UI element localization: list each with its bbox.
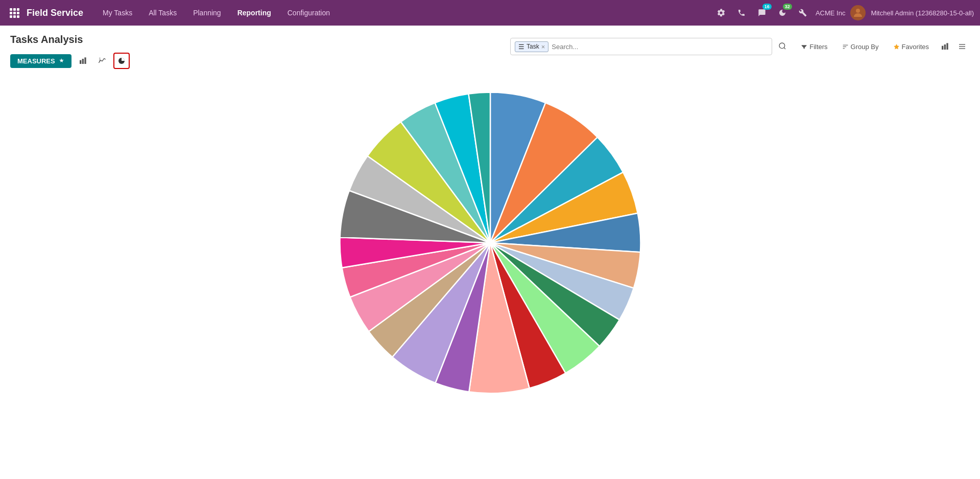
measures-button[interactable]: MEASURES xyxy=(10,54,71,68)
view-list-button[interactable] xyxy=(954,39,970,54)
favorites-button[interactable]: Favorites xyxy=(889,41,933,53)
svg-rect-7 xyxy=(13,15,16,18)
grid-icon[interactable] xyxy=(6,5,22,21)
main-menu: My Tasks All Tasks Planning Reporting Co… xyxy=(95,6,713,20)
svg-rect-3 xyxy=(10,12,12,14)
search-button[interactable] xyxy=(776,40,788,54)
svg-rect-1 xyxy=(13,8,16,11)
svg-rect-20 xyxy=(942,46,943,50)
nav-all-tasks[interactable]: All Tasks xyxy=(141,6,184,20)
search-tag-label: Task xyxy=(527,43,539,50)
svg-rect-24 xyxy=(959,46,965,47)
nav-planning[interactable]: Planning xyxy=(186,6,228,20)
chat-badge: 16 xyxy=(762,4,772,10)
pie-chart xyxy=(332,84,649,401)
svg-rect-21 xyxy=(944,44,946,50)
user-avatar[interactable] xyxy=(850,5,866,20)
svg-rect-13 xyxy=(99,57,101,62)
view-bar-button[interactable] xyxy=(937,39,952,54)
svg-point-9 xyxy=(856,9,860,13)
svg-rect-22 xyxy=(946,43,948,50)
svg-point-15 xyxy=(779,43,785,49)
search-tag-task: ☰ Task × xyxy=(515,41,548,52)
pie-chart-button[interactable] xyxy=(113,53,130,69)
search-container: ☰ Task × xyxy=(510,38,772,55)
settings-icon[interactable] xyxy=(713,5,729,20)
search-input[interactable] xyxy=(552,43,768,51)
moon-icon[interactable]: 32 xyxy=(775,5,790,20)
main-content: Tasks Analysis MEASURES xyxy=(0,26,980,420)
chart-area xyxy=(10,74,970,412)
filter-controls: Filters Group By Favorites xyxy=(797,41,933,53)
svg-rect-12 xyxy=(84,57,86,64)
user-name[interactable]: Mitchell Admin (12368280-15-0-all) xyxy=(871,9,974,17)
nav-reporting[interactable]: Reporting xyxy=(230,6,278,20)
top-navigation: Field Service My Tasks All Tasks Plannin… xyxy=(0,0,980,26)
company-name[interactable]: ACME Inc xyxy=(816,9,846,17)
svg-rect-6 xyxy=(10,15,12,18)
search-tag-icon: ☰ xyxy=(518,43,524,51)
svg-rect-23 xyxy=(959,44,965,44)
search-tag-close[interactable]: × xyxy=(541,43,545,51)
svg-line-16 xyxy=(784,48,785,49)
svg-rect-0 xyxy=(10,8,12,11)
topnav-right-area: 16 32 ACME Inc Mitchell Admin (12368280-… xyxy=(713,5,974,20)
page-title: Tasks Analysis xyxy=(10,34,130,45)
svg-rect-11 xyxy=(82,59,83,64)
nav-my-tasks[interactable]: My Tasks xyxy=(95,6,139,20)
app-brand[interactable]: Field Service xyxy=(27,8,83,18)
view-toggle-buttons xyxy=(937,39,970,54)
chat-icon[interactable]: 16 xyxy=(754,5,770,20)
phone-icon[interactable] xyxy=(734,5,749,20)
svg-rect-5 xyxy=(17,12,19,14)
svg-rect-8 xyxy=(17,15,19,18)
svg-rect-10 xyxy=(80,60,81,64)
line-chart-button[interactable] xyxy=(94,53,110,69)
moon-badge: 32 xyxy=(783,4,792,10)
groupby-button[interactable]: Group By xyxy=(838,41,883,53)
wrench-icon[interactable] xyxy=(795,5,810,20)
bar-chart-button[interactable] xyxy=(75,53,91,69)
svg-rect-2 xyxy=(17,8,19,11)
filters-button[interactable]: Filters xyxy=(797,41,831,53)
svg-rect-4 xyxy=(13,12,16,14)
view-toolbar: MEASURES xyxy=(10,53,130,69)
nav-configuration[interactable]: Configuration xyxy=(280,6,337,20)
svg-rect-25 xyxy=(959,48,965,49)
